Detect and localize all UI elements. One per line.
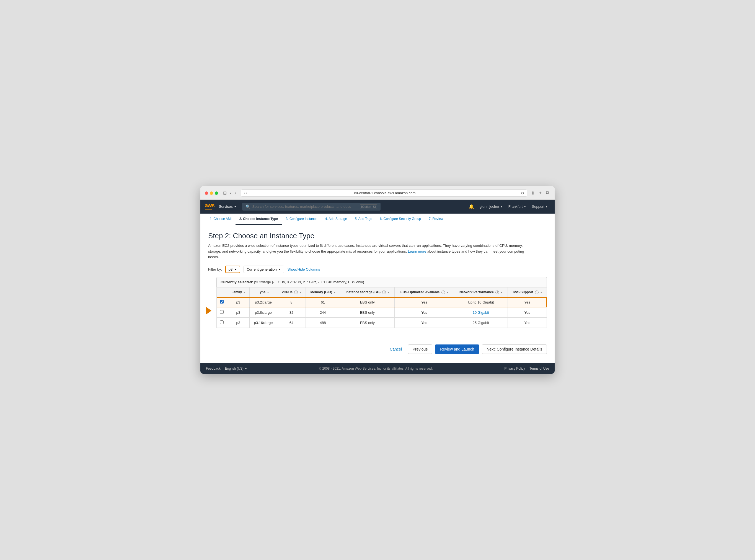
family-sort-icon[interactable]: ▾ bbox=[243, 291, 245, 294]
type-cell: p3.8xlarge bbox=[250, 307, 277, 318]
forward-button[interactable]: › bbox=[233, 190, 238, 196]
terms-of-use-link[interactable]: Terms of Use bbox=[530, 366, 549, 371]
memory-sort-icon[interactable]: ▾ bbox=[334, 291, 335, 294]
tab-choose-instance-type[interactable]: 2. Choose Instance Type bbox=[236, 214, 282, 225]
vcpus-col-label: vCPUs bbox=[282, 290, 293, 294]
family-filter-chevron-icon: ▼ bbox=[234, 268, 237, 271]
ipv6-col-header: IPv6 Support i ▾ bbox=[508, 287, 547, 297]
learn-more-link[interactable]: Learn more bbox=[408, 249, 426, 254]
network-performance-link[interactable]: 10 Gigabit bbox=[473, 311, 489, 315]
services-label: Services bbox=[219, 204, 233, 208]
family-cell: p3 bbox=[227, 307, 250, 318]
network-cell: Up to 10 Gigabit bbox=[454, 297, 508, 307]
ebs-info-icon[interactable]: i bbox=[441, 291, 445, 294]
row-selection-arrow bbox=[206, 277, 212, 328]
row-checkbox-1[interactable] bbox=[220, 310, 224, 314]
network-info-icon[interactable]: i bbox=[495, 291, 499, 294]
tab-add-storage[interactable]: 4. Add Storage bbox=[321, 214, 351, 225]
search-bar[interactable]: 🔍 [Option+S] bbox=[242, 203, 380, 211]
search-icon: 🔍 bbox=[245, 204, 250, 209]
search-input[interactable] bbox=[253, 204, 360, 208]
notifications-icon[interactable]: 🔔 bbox=[466, 203, 476, 210]
vcpus-sort-icon[interactable]: ▾ bbox=[300, 291, 301, 294]
tab-add-tags[interactable]: 5. Add Tags bbox=[351, 214, 376, 225]
language-selector[interactable]: English (US) ▼ bbox=[225, 366, 247, 371]
ebs-sort-icon[interactable]: ▾ bbox=[447, 291, 448, 294]
user-menu[interactable]: glenn.jocher ▼ bbox=[477, 203, 505, 210]
network-sort-icon[interactable]: ▾ bbox=[501, 291, 502, 294]
traffic-lights bbox=[205, 192, 218, 195]
table-row[interactable]: p3p3.16xlarge64488EBS onlyYes25 GigabitY… bbox=[217, 318, 547, 328]
type-cell: p3.16xlarge bbox=[250, 318, 277, 328]
region-label: Frankfurt bbox=[509, 204, 523, 208]
type-sort-icon[interactable]: ▾ bbox=[267, 291, 269, 294]
previous-button[interactable]: Previous bbox=[408, 344, 432, 354]
ipv6-info-icon[interactable]: i bbox=[535, 291, 539, 294]
memory-cell: 488 bbox=[305, 318, 340, 328]
table-row[interactable]: p3p3.8xlarge32244EBS onlyYes10 GigabitYe… bbox=[217, 307, 547, 318]
family-filter-select[interactable]: p3 ▼ bbox=[225, 266, 240, 273]
currently-selected-value: p3.2xlarge (- ECUs, 8 vCPUs, 2.7 GHz, -,… bbox=[254, 280, 364, 284]
generation-filter-label: Current generation bbox=[246, 267, 277, 272]
tab-choose-ami[interactable]: 1. Choose AMI bbox=[206, 214, 236, 225]
security-icon: 🛡 bbox=[244, 191, 247, 195]
support-menu[interactable]: Support ▼ bbox=[530, 203, 550, 210]
feedback-link[interactable]: Feedback bbox=[206, 366, 221, 371]
sidebar-toggle-button[interactable]: ⊞ bbox=[221, 190, 228, 196]
aws-logo: aws ▬▬▬ bbox=[205, 202, 215, 211]
address-text: eu-central-1.console.aws.amazon.com bbox=[249, 191, 521, 195]
search-shortcut: [Option+S] bbox=[360, 204, 377, 209]
footer-copyright: © 2008 - 2021, Amazon Web Services, Inc.… bbox=[319, 366, 433, 371]
main-content: Step 2: Choose an Instance Type Amazon E… bbox=[200, 225, 555, 363]
generation-chevron-icon: ▼ bbox=[278, 268, 281, 271]
storage-col-header: Instance Storage (GB) i ▾ bbox=[340, 287, 395, 297]
arrow-icon bbox=[206, 307, 212, 315]
show-hide-columns-link[interactable]: Show/Hide Columns bbox=[287, 267, 320, 272]
type-col-label: Type bbox=[258, 290, 265, 294]
memory-col-header: Memory (GiB) ▾ bbox=[305, 287, 340, 297]
minimize-button[interactable] bbox=[210, 192, 213, 195]
ipv6-cell: Yes bbox=[508, 318, 547, 328]
tab-review[interactable]: 7. Review bbox=[425, 214, 447, 225]
close-button[interactable] bbox=[205, 192, 208, 195]
address-bar[interactable]: 🛡 eu-central-1.console.aws.amazon.com ↻ bbox=[241, 189, 527, 197]
ebs-optimized-cell: Yes bbox=[395, 297, 454, 307]
row-checkbox-cell[interactable] bbox=[217, 307, 227, 318]
row-checkbox-cell[interactable] bbox=[217, 318, 227, 328]
generation-filter-dropdown[interactable]: Current generation ▼ bbox=[243, 266, 284, 273]
windows-icon[interactable]: ⧉ bbox=[545, 190, 550, 196]
row-checkbox-2[interactable] bbox=[220, 320, 224, 324]
network-col-label: Network Performance bbox=[459, 290, 494, 294]
maximize-button[interactable] bbox=[215, 192, 218, 195]
region-menu[interactable]: Frankfurt ▼ bbox=[506, 203, 529, 210]
privacy-policy-link[interactable]: Privacy Policy bbox=[504, 366, 525, 371]
family-col-label: Family bbox=[231, 290, 242, 294]
next-button[interactable]: Next: Configure Instance Details bbox=[482, 344, 547, 354]
storage-cell: EBS only bbox=[340, 297, 395, 307]
cancel-button[interactable]: Cancel bbox=[386, 345, 405, 354]
network-cell[interactable]: 10 Gigabit bbox=[454, 307, 508, 318]
storage-cell: EBS only bbox=[340, 307, 395, 318]
review-and-launch-button[interactable]: Review and Launch bbox=[435, 344, 479, 354]
support-chevron-icon: ▼ bbox=[545, 205, 548, 208]
currently-selected-label: Currently selected: bbox=[221, 280, 253, 284]
tab-configure-instance[interactable]: 3. Configure Instance bbox=[282, 214, 321, 225]
new-tab-icon[interactable]: + bbox=[538, 190, 543, 196]
table-row[interactable]: p3p3.2xlarge861EBS onlyYesUp to 10 Gigab… bbox=[217, 297, 547, 307]
vcpus-info-icon[interactable]: i bbox=[294, 291, 298, 294]
storage-info-icon[interactable]: i bbox=[382, 291, 386, 294]
storage-sort-icon[interactable]: ▾ bbox=[388, 291, 389, 294]
row-checkbox-cell[interactable] bbox=[217, 297, 227, 307]
nav-right: 🔔 glenn.jocher ▼ Frankfurt ▼ Support ▼ bbox=[466, 203, 550, 210]
share-icon[interactable]: ⬆ bbox=[530, 190, 536, 196]
services-menu[interactable]: Services ▼ bbox=[219, 204, 237, 208]
row-checkbox-0[interactable] bbox=[220, 300, 224, 303]
type-col-header: Type ▾ bbox=[250, 287, 277, 297]
tab-configure-security-group[interactable]: 6. Configure Security Group bbox=[376, 214, 425, 225]
table-header-row: Family ▾ Type ▾ vCPUs i ▾ bbox=[217, 287, 547, 297]
ebs-optimized-cell: Yes bbox=[395, 307, 454, 318]
ipv6-sort-icon[interactable]: ▾ bbox=[540, 291, 542, 294]
back-button[interactable]: ‹ bbox=[228, 190, 233, 196]
family-filter-value: p3 bbox=[229, 267, 233, 272]
footer-left: Feedback English (US) ▼ bbox=[206, 366, 247, 371]
